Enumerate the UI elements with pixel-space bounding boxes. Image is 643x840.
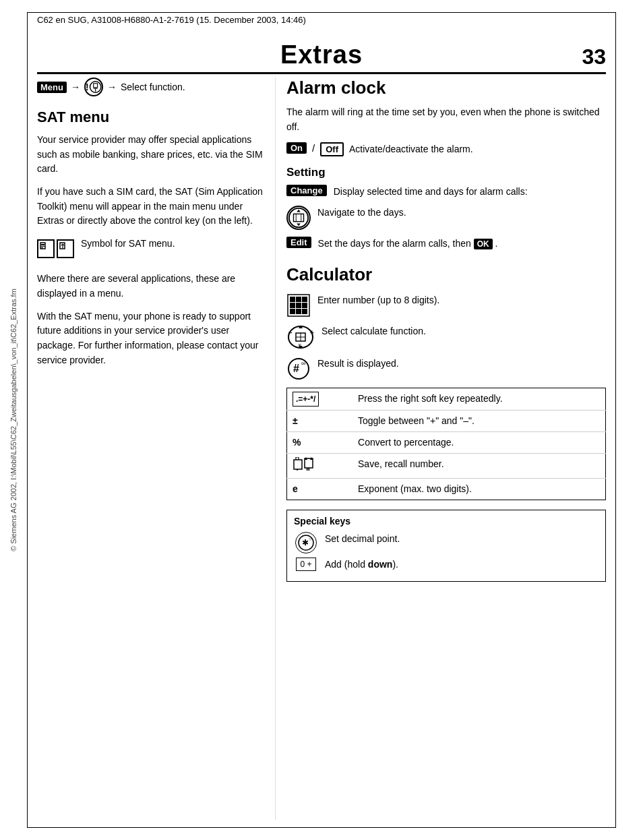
off-badge: Off: [320, 142, 344, 156]
table-row: % Convert to percentage.: [287, 432, 606, 454]
menu-badge: Menu: [37, 82, 67, 93]
sat-menu-para4: With the SAT menu, your phone is ready t…: [37, 309, 266, 368]
navigate-icon: [286, 206, 311, 230]
sat-menu-title: SAT menu: [37, 109, 266, 126]
change-row: Change Display selected time and days fo…: [286, 185, 606, 199]
calc-hash-icon: # ∞: [286, 357, 311, 381]
svg-text:○: ○: [309, 536, 312, 542]
sat-symbols: [37, 239, 74, 258]
svg-rect-22: [302, 303, 307, 308]
svg-rect-20: [290, 303, 295, 308]
calc-row-2: − + × Select calculate function.: [286, 324, 606, 350]
navigate-icon-container: [286, 206, 311, 230]
main-content: Menu → → Select function. SAT menu Your …: [37, 78, 606, 820]
ok-badge: OK: [474, 239, 493, 249]
right-column: Alarm clock The alarm will ring at the t…: [286, 78, 606, 820]
calc-function-icon: − + ×: [286, 324, 315, 350]
special-keys-box: Special keys ✱ ○ Set decimal point.: [286, 510, 606, 582]
key-badge: .=+-*/: [293, 392, 319, 407]
table-row: Save, recall number.: [287, 454, 606, 479]
edit-badge: Edit: [286, 237, 311, 248]
svg-rect-19: [302, 297, 307, 302]
change-badge: Change: [286, 185, 327, 196]
calc-row1-desc: Enter number (up to 8 digits).: [317, 293, 606, 307]
calculator-title: Calculator: [286, 264, 606, 285]
key-percent: %: [287, 432, 353, 454]
star-key-desc: Set decimal point.: [325, 532, 400, 546]
svg-rect-17: [290, 297, 295, 302]
key-save: [287, 454, 353, 479]
svg-text:−: −: [288, 329, 293, 336]
svg-text:+: +: [310, 329, 314, 336]
calc-row-3: # ∞ Result is displayed.: [286, 357, 606, 381]
svg-rect-13: [293, 214, 303, 222]
alarm-description: The alarm will ring at the time set by y…: [286, 105, 606, 134]
special-keys-title: Special keys: [294, 516, 599, 527]
key-desc-4: Save, recall number.: [353, 454, 605, 479]
svg-rect-24: [296, 309, 301, 314]
sat-icon-2: [57, 239, 74, 258]
key-desc-2: Toggle between "+" and "–".: [353, 411, 605, 432]
key-desc-5: Exponent (max. two digits).: [353, 479, 605, 500]
arrow1: →: [71, 82, 80, 92]
sat-icon-container: [37, 237, 74, 265]
key-equals: .=+-*/: [287, 388, 353, 411]
setting-heading: Setting: [286, 166, 606, 179]
sat-menu-para1: Your service provider may offer special …: [37, 133, 266, 177]
vertical-label: © Siemens AG 2002, I:\Mobil\L55\C62_Zwei…: [9, 218, 18, 622]
key-plusminus: ±: [287, 411, 353, 432]
table-row: e Exponent (max. two digits).: [287, 479, 606, 500]
zero-key-icon: 0 +: [294, 558, 318, 571]
calc-row3-desc: Result is displayed.: [317, 357, 606, 371]
svg-rect-5: [41, 244, 44, 245]
table-row: ± Toggle between "+" and "–".: [287, 411, 606, 432]
svg-rect-38: [294, 460, 302, 469]
key-exponent: e: [287, 479, 353, 500]
left-column: Menu → → Select function. SAT menu Your …: [37, 78, 266, 820]
svg-rect-21: [296, 303, 301, 308]
page-number: 33: [572, 44, 606, 69]
svg-rect-39: [305, 458, 313, 468]
svg-marker-12: [297, 224, 301, 227]
page-title: Extras: [71, 40, 572, 69]
sat-symbol-row: Symbol for SAT menu.: [37, 237, 266, 265]
calc-keypad-icon: [286, 293, 311, 318]
svg-text:✱: ✱: [302, 538, 309, 547]
select-function-text: Select function.: [121, 82, 185, 92]
sat-symbol-label: Symbol for SAT menu.: [81, 237, 266, 251]
on-badge: On: [286, 142, 307, 154]
change-desc: Display selected time and days for alarm…: [334, 185, 606, 199]
navigate-row: Navigate to the days.: [286, 206, 606, 230]
slash-separator: /: [312, 142, 315, 154]
svg-rect-23: [290, 309, 295, 314]
special-key-row-zero: 0 + Add (hold down).: [294, 558, 599, 572]
on-off-desc: Activate/deactivate the alarm.: [349, 142, 606, 156]
svg-text:#: #: [293, 363, 299, 374]
zero-key: 0 +: [296, 558, 316, 571]
svg-rect-25: [302, 309, 307, 314]
star-key-icon: ✱ ○: [294, 532, 318, 553]
sat-menu-para2: If you have such a SIM card, the SAT (Si…: [37, 185, 266, 229]
on-off-row: On / Off Activate/deactivate the alarm.: [286, 142, 606, 156]
edit-badge-container: Edit: [286, 237, 311, 248]
edit-desc: Set the days for the alarm calls, then O…: [318, 237, 606, 251]
calc-table: .=+-*/ Press the right soft key repeated…: [286, 388, 606, 500]
table-row: .=+-*/ Press the right soft key repeated…: [287, 388, 606, 411]
alarm-clock-title: Alarm clock: [286, 78, 606, 98]
change-badge-container: Change: [286, 185, 327, 196]
svg-marker-11: [297, 210, 301, 212]
edit-period: .: [495, 238, 498, 249]
svg-rect-7: [41, 247, 43, 248]
header: C62 en SUG, A31008-H6880-A1-2-7619 (15. …: [37, 15, 606, 25]
special-key-row-star: ✱ ○ Set decimal point.: [294, 532, 599, 553]
key-desc-1: Press the right soft key repeatedly.: [353, 388, 605, 411]
svg-text:∞: ∞: [301, 360, 305, 367]
extras-icon: [84, 78, 103, 96]
calc-row2-desc: Select calculate function.: [322, 324, 606, 338]
zero-key-desc: Add (hold down).: [325, 558, 398, 572]
sat-menu-para3: Where there are several applications, th…: [37, 272, 266, 301]
sat-icon-1: [37, 239, 55, 258]
menu-nav: Menu → → Select function.: [37, 78, 266, 96]
svg-rect-1: [93, 84, 97, 88]
svg-rect-6: [41, 246, 44, 247]
